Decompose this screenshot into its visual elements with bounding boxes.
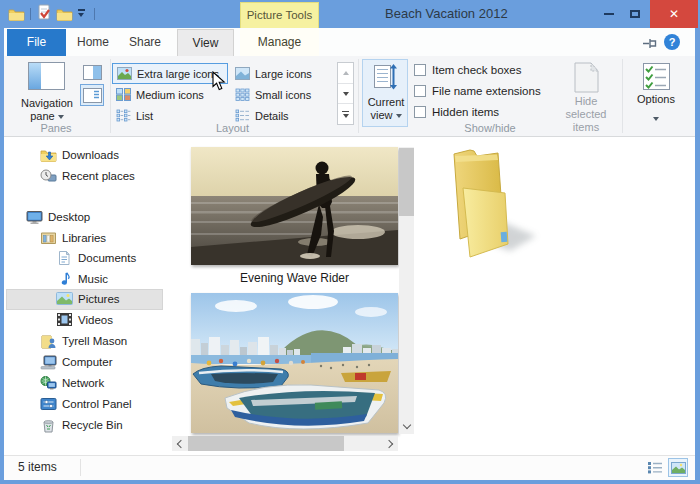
tab-file[interactable]: File xyxy=(7,29,66,56)
current-view-button[interactable]: Current view xyxy=(362,59,408,127)
sidebar-item-network[interactable]: Network xyxy=(62,373,104,394)
chevron-right-icon xyxy=(385,439,393,447)
hidden-items-label[interactable]: Hidden items xyxy=(432,106,499,119)
desktop-icon xyxy=(26,209,43,225)
sidebar-item-tyrell-mason[interactable]: Tyrell Mason xyxy=(62,331,127,352)
recent-places-icon xyxy=(40,168,57,184)
gallery-scroll-up-button[interactable] xyxy=(338,63,353,84)
sidebar-item-downloads[interactable]: Downloads xyxy=(62,145,119,166)
options-icon xyxy=(643,63,670,90)
sidebar-item-documents[interactable]: Documents xyxy=(78,248,136,269)
close-button[interactable]: ✕ xyxy=(650,0,698,28)
user-folder-icon xyxy=(40,333,57,349)
options-label: Options xyxy=(628,93,684,106)
qat-customize-caret-icon[interactable] xyxy=(78,9,88,17)
thumbnail-view-toggle-button[interactable] xyxy=(668,458,688,477)
down-arrow-icon xyxy=(343,92,349,96)
details-view-toggle-button[interactable] xyxy=(646,459,664,476)
boat-back xyxy=(193,366,288,388)
layout-large-icons[interactable]: Large icons xyxy=(231,63,331,84)
details-pane-icon xyxy=(83,88,102,103)
quick-access-new-folder-icon[interactable] xyxy=(56,6,73,22)
current-view-label: Current view xyxy=(363,96,409,122)
title-bar: Picture Tools Beach Vacation 2012 ✕ xyxy=(0,0,700,28)
status-separator xyxy=(80,459,81,476)
horizontal-scrollbar-thumb[interactable] xyxy=(188,436,344,451)
quick-access-properties-icon[interactable] xyxy=(36,4,52,22)
help-icon[interactable]: ? xyxy=(664,34,680,50)
sidebar-item-libraries[interactable]: Libraries xyxy=(62,228,106,249)
medium-icons-icon xyxy=(116,88,131,101)
file-name-extensions-checkbox[interactable] xyxy=(414,85,426,97)
layout-group-label: Layout xyxy=(150,122,315,134)
layout-extra-large-icons[interactable]: Extra large icons xyxy=(112,63,228,84)
vertical-scrollbar-thumb[interactable] xyxy=(399,148,414,216)
minimize-button[interactable] xyxy=(596,0,622,28)
file-pane-horizontal-scrollbar[interactable] xyxy=(172,436,398,451)
hidden-items-checkbox[interactable] xyxy=(414,106,426,118)
group-separator xyxy=(622,59,623,133)
gallery-more-button[interactable] xyxy=(338,104,353,124)
navigation-pane-button[interactable]: Navigation pane xyxy=(18,59,76,129)
photo-thumbnail-evening-wave-rider[interactable] xyxy=(191,147,398,265)
file-pane-vertical-scrollbar[interactable] xyxy=(399,147,414,434)
maximize-button[interactable] xyxy=(622,0,648,28)
sidebar-item-desktop[interactable]: Desktop xyxy=(48,207,90,228)
details-pane-button[interactable] xyxy=(80,84,104,106)
videos-icon xyxy=(56,312,73,327)
sidebar-item-music[interactable]: Music xyxy=(78,269,108,290)
sidebar-item-computer[interactable]: Computer xyxy=(62,352,113,373)
surfer-photo-image xyxy=(191,147,398,265)
gallery-scroll-down-button[interactable] xyxy=(338,84,353,105)
downloads-icon xyxy=(40,147,57,163)
contextual-tool-header: Picture Tools xyxy=(240,2,319,28)
layout-gallery-scroll xyxy=(337,62,354,125)
extra-large-icons-icon xyxy=(117,67,132,80)
navigation-pane-label: Navigation pane xyxy=(14,97,80,123)
maximize-icon xyxy=(630,10,640,18)
tab-home[interactable]: Home xyxy=(68,29,118,56)
computer-icon xyxy=(40,354,57,370)
mouse-cursor xyxy=(212,71,226,91)
sidebar-item-control-panel[interactable]: Control Panel xyxy=(62,394,132,415)
layout-small-icons[interactable]: Small icons xyxy=(231,84,331,105)
pin-ribbon-icon[interactable] xyxy=(642,37,658,50)
item-check-boxes-label[interactable]: Item check boxes xyxy=(432,64,521,77)
tab-share[interactable]: Share xyxy=(120,29,170,56)
details-view-icon xyxy=(648,461,663,474)
show-hide-group-label: Show/hide xyxy=(410,122,570,134)
up-arrow-icon xyxy=(343,71,349,75)
sidebar-item-recent-places[interactable]: Recent places xyxy=(62,166,135,187)
sidebar-item-videos[interactable]: Videos xyxy=(78,310,113,331)
group-separator xyxy=(110,59,111,133)
list-icon xyxy=(116,109,131,122)
large-icons-icon xyxy=(235,67,250,80)
group-separator xyxy=(358,59,359,133)
scrollbar-down-button[interactable] xyxy=(399,418,414,434)
sidebar-item-recycle-bin[interactable]: Recycle Bin xyxy=(62,415,123,436)
status-bar xyxy=(4,455,695,480)
tab-view[interactable]: View xyxy=(177,29,234,56)
item-check-boxes-checkbox[interactable] xyxy=(414,64,426,76)
chevron-down-icon xyxy=(402,420,410,428)
preview-pane-button[interactable] xyxy=(80,62,104,82)
window-title: Beach Vacation 2012 xyxy=(385,0,508,28)
qat-separator xyxy=(94,8,95,20)
music-icon xyxy=(56,271,72,287)
folder-item-thumbnail[interactable] xyxy=(440,148,545,263)
file-name-extensions-label[interactable]: File name extensions xyxy=(432,85,541,98)
preview-pane-icon xyxy=(83,65,102,80)
layout-medium-icons[interactable]: Medium icons xyxy=(112,84,228,105)
file-caption[interactable]: Evening Wave Rider xyxy=(191,271,398,285)
scrollbar-right-button[interactable] xyxy=(383,436,398,451)
sidebar-item-pictures[interactable]: Pictures xyxy=(78,289,120,310)
explorer-window: Picture Tools Beach Vacation 2012 ✕ File… xyxy=(0,0,700,484)
tab-manage[interactable]: Manage xyxy=(240,29,319,56)
photo-thumbnail-boats[interactable] xyxy=(191,293,398,433)
options-button[interactable]: Options xyxy=(628,59,684,127)
scrollbar-left-button[interactable] xyxy=(172,436,187,451)
quick-access-folder-icon[interactable] xyxy=(8,6,25,22)
dropdown-caret-icon xyxy=(58,115,64,119)
hide-selected-items-button[interactable]: Hide selected items xyxy=(552,59,620,127)
close-icon: ✕ xyxy=(669,7,679,21)
